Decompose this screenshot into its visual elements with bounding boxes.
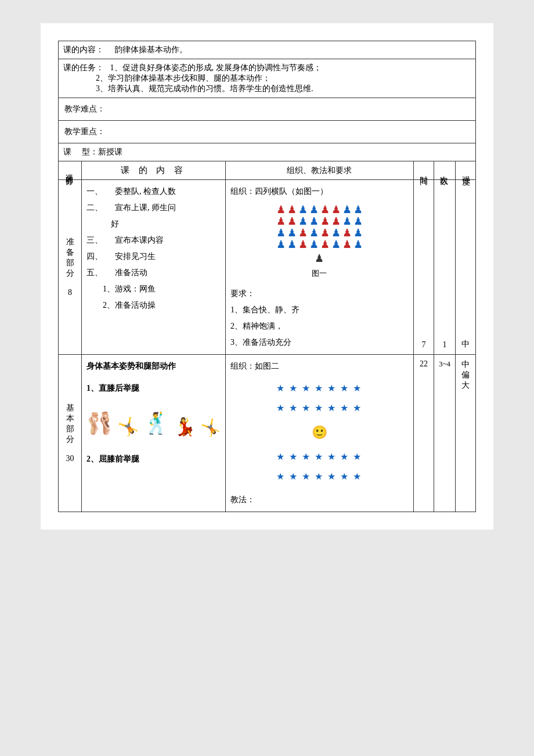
prep-intensity: 中 [456,180,476,355]
basic-subtitle: 身体基本姿势和腿部动作 [86,358,221,375]
person-r1: ♟ [276,204,286,215]
person-r10: ♟ [320,228,330,238]
ballet-person-3: 🕺 [143,402,169,444]
person-r3: ♟ [320,204,330,215]
ballet-person-2: 🤸 [117,409,139,444]
person-teacher: ♟ [315,253,324,264]
count-col-header: 次数 [434,161,455,180]
task-3: 3、培养认真、规范完成动作的习惯。培养学生的创造性思维. [96,84,471,94]
person-r2: ♟ [287,204,297,215]
person-b15: ♟ [287,239,297,250]
person-b9: ♟ [276,228,286,238]
figure-row-3: ♟ ♟ ♟ ♟ ♟ ♟ ♟ ♟ [230,228,409,238]
star-row-2: ★ ★ ★ ★ ★ ★ ★ [230,399,409,417]
person-b12: ♟ [331,228,341,238]
content-col-header: 课 的 内 容 [82,161,226,180]
person-b17: ♟ [331,239,341,250]
task-cell: 课的任务： 1、促进良好身体姿态的形成, 发展身体的协调性与节奏感； 2、学习韵… [59,59,476,98]
col-header-row: 课的部分 课 的 内 容 组织、教法和要求 时间 次数 强度 [59,161,476,180]
person-r8: ♟ [331,216,341,226]
basic-row: 基 本 部 分 30 身体基本姿势和腿部动作 1、直膝后举腿 🩰 🤸 🕺 💃 [59,355,476,512]
req-title: 要求： [230,286,409,302]
person-b7: ♟ [342,216,352,226]
basic-move1: 1、直膝后举腿 [86,380,221,397]
req-1: 1、集合快、静、齐 [230,302,409,318]
person-r12: ♟ [298,239,308,250]
figure-row-1: ♟ ♟ ♟ ♟ ♟ ♟ ♟ ♟ [230,204,409,215]
person-r6: ♟ [287,216,297,226]
content-value: 韵律体操基本动作。 [114,45,187,54]
main-table: 课的内容： 韵律体操基本动作。 课的任务： 1、促进良好身体姿态的形成, 发展身… [58,41,476,512]
req-3: 3、准备活动充分 [230,334,409,351]
key-row: 教学重点： [59,121,476,143]
prep-game: 1、游戏：网鱼 [103,281,221,297]
basic-section-label: 基 本 部 分 30 [59,355,82,512]
person-b11: ♟ [309,228,319,238]
prep-item-5: 五、 准备活动 [86,265,221,281]
key-label: 教学重点： [64,127,105,136]
person-r5: ♟ [276,216,286,226]
person-b5: ♟ [298,216,308,226]
prep-org-cell: 组织：四列横队（如图一） ♟ ♟ ♟ ♟ ♟ ♟ ♟ ♟ [226,180,414,355]
person-b10: ♟ [287,228,297,238]
person-r9: ♟ [298,228,308,238]
prep-content-cell: 一、 委整队, 检查人数 二、 宣布上课, 师生问 好 三、 宣布本课内容 四、… [82,180,226,355]
content-cell: 课的内容： 韵律体操基本动作。 [59,41,476,59]
star-row-4: ★ ★ ★ ★ ★ ★ ★ [230,467,409,486]
prep-item-1: 一、 委整队, 检查人数 [86,183,221,200]
prep-warmup: 2、准备活动操 [103,297,221,314]
basic-move2-container: 2、屈膝前举腿 [86,451,221,467]
type-row: 课 型：新授课 [59,143,476,161]
ballet-figure: 🩰 🤸 🕺 💃 🤸 [86,402,221,444]
person-b16: ♟ [309,239,319,250]
prep-item-2: 二、 宣布上课, 师生问 [86,200,221,216]
basic-count: 3~4 [434,355,455,512]
person-b2: ♟ [309,204,319,215]
basic-content-cell: 身体基本姿势和腿部动作 1、直膝后举腿 🩰 🤸 🕺 💃 🤸 2、屈膝前举腿 [82,355,226,512]
basic-intensity: 中 偏 大 [456,355,476,512]
smiley-face: 🙂 [230,420,409,445]
content-row: 课的内容： 韵律体操基本动作。 [59,41,476,59]
person-b3: ♟ [342,204,352,215]
star-row-1: ★ ★ ★ ★ ★ ★ ★ [230,379,409,398]
task-label: 课的任务： [63,63,104,72]
person-b13: ♟ [353,228,363,238]
page: 课的内容： 韵律体操基本动作。 课的任务： 1、促进良好身体姿态的形成, 发展身… [41,23,493,530]
key-cell: 教学重点： [59,121,476,143]
person-b18: ♟ [353,239,363,250]
part-col-header: 课的部分 [59,161,82,180]
person-r14: ♟ [342,239,352,250]
figure-row-4: ♟ ♟ ♟ ♟ ♟ ♟ ♟ ♟ [230,239,409,250]
person-b4: ♟ [353,204,363,215]
type-value: 型：新授课 [82,147,122,156]
req-2: 2、精神饱满， [230,318,409,334]
ballet-person-4: 💃 [174,409,196,444]
prep-item-2b: 好 [111,216,221,232]
difficulty-cell: 教学难点： [59,98,476,121]
person-r4: ♟ [331,204,341,215]
star-formation: ★ ★ ★ ★ ★ ★ ★ ★ ★ ★ ★ ★ ★ ★ 🙂 ★ ★ ★ ★ ★ … [230,379,409,486]
prep-item-4: 四、 安排见习生 [86,249,221,265]
content-label: 课的内容： [63,45,104,54]
prep-item-3: 三、 宣布本课内容 [86,232,221,249]
prep-section-label: 准 备 部 分 8 [59,180,82,355]
basic-time: 22 [413,355,434,512]
basic-org-cell: 组织：如图二 ★ ★ ★ ★ ★ ★ ★ ★ ★ ★ ★ ★ ★ ★ 🙂 ★ ★… [226,355,414,512]
prep-count: 1 [434,180,455,355]
task-label-line: 课的任务： 1、促进良好身体姿态的形成, 发展身体的协调性与节奏感； [63,63,471,73]
requirements: 要求： 1、集合快、静、齐 2、精神饱满， 3、准备活动充分 [230,286,409,351]
person-b1: ♟ [298,204,308,215]
task-1: 1、促进良好身体姿态的形成, 发展身体的协调性与节奏感； [110,63,322,72]
org-col-header: 组织、教法和要求 [226,161,414,180]
type-cell: 课 型：新授课 [59,143,476,161]
person-b6: ♟ [309,216,319,226]
time-col-header: 时间 [413,161,434,180]
person-b8: ♟ [353,216,363,226]
difficulty-row: 教学难点： [59,98,476,121]
basic-org-title: 组织：如图二 [230,358,409,375]
type-label: 课 [63,147,71,156]
star-row-3: ★ ★ ★ ★ ★ ★ ★ [230,448,409,466]
basic-move2: 2、屈膝前举腿 [86,451,221,467]
org-title: 组织：四列横队（如图一） [230,183,409,200]
person-r7: ♟ [320,216,330,226]
